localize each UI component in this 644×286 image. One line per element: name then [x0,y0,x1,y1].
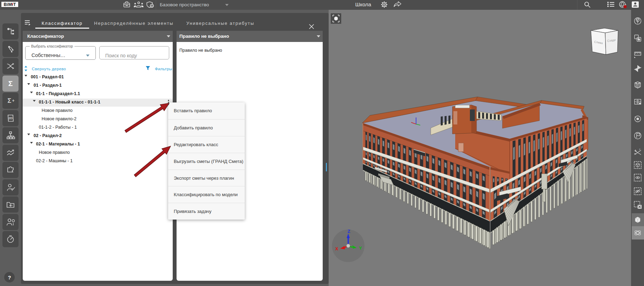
svg-text:Σ: Σ [8,79,13,87]
svg-text:+: + [12,98,14,103]
svg-text:?: ? [8,274,11,280]
svg-text:2D: 2D [8,116,13,120]
svg-text:Σ: Σ [8,97,12,104]
